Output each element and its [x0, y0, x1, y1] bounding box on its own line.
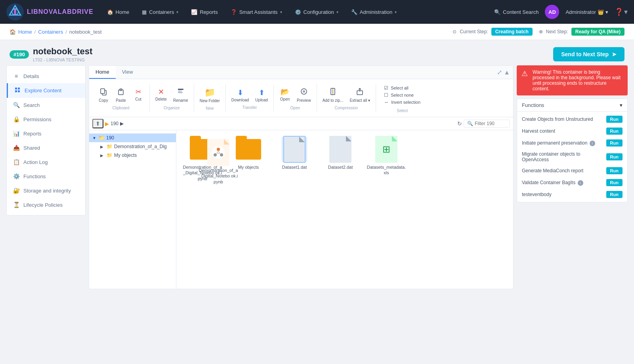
- path-arrow: ▶: [120, 121, 124, 126]
- sidebar-item-reports[interactable]: 📊 Reports: [7, 126, 85, 141]
- sidebar-item-search[interactable]: 🔍 Search: [7, 98, 85, 112]
- select-none-button[interactable]: ☐ Select none: [382, 92, 422, 98]
- nav-smart-assistants[interactable]: ❓ Smart Assistants ▾: [225, 6, 288, 18]
- open-button[interactable]: 📂 Open: [277, 86, 293, 104]
- upload-button[interactable]: ⬆ Upload: [253, 87, 270, 104]
- nav-containers[interactable]: ▦ Containers ▾: [136, 6, 184, 18]
- file-item-dataset1[interactable]: Dataset1.dat: [275, 137, 314, 185]
- dat-file-icon: [282, 137, 307, 162]
- open-group: 📂 Open Preview Open: [274, 84, 317, 112]
- avatar: AD: [545, 5, 559, 19]
- select-all-button[interactable]: ☑ Select all: [382, 85, 422, 91]
- help-button[interactable]: ❓ ▾: [615, 8, 628, 16]
- lifecycle-icon: ⏳: [13, 202, 19, 208]
- chevron-down-icon: ▾: [395, 10, 397, 14]
- sidebar-item-lifecycle[interactable]: ⏳ Lifecycle Policies: [7, 198, 85, 212]
- download-button[interactable]: ⬇ Download: [229, 87, 251, 104]
- svg-point-24: [217, 148, 220, 151]
- paste-icon: [117, 88, 125, 97]
- file-filter: 🔍: [464, 120, 510, 128]
- new-folder-button[interactable]: 📁 New Folder: [197, 86, 222, 105]
- logo[interactable]: LIBNOVALABDRIVE: [6, 3, 94, 21]
- tree-item-demo[interactable]: ▶ 📁 Demonstration_of_a_Dig: [97, 142, 176, 151]
- container-id-badge: #190: [10, 50, 29, 59]
- invert-selection-button[interactable]: ↔ Invert selection: [382, 99, 422, 105]
- run-button[interactable]: Run: [606, 179, 623, 186]
- nav-back-button[interactable]: ⬆: [92, 119, 103, 128]
- run-button[interactable]: Run: [606, 116, 623, 123]
- sidebar-item-action-log[interactable]: 📋 Action Log: [7, 155, 85, 169]
- sidebar-item-permissions[interactable]: 🔒 Permissions: [7, 112, 85, 126]
- breadcrumb-home[interactable]: Home: [18, 29, 32, 35]
- next-step: ⊕ Next Step: Ready for QA (Mike): [539, 28, 624, 36]
- tab-home[interactable]: Home: [89, 66, 116, 79]
- add-to-zip-button[interactable]: Add to zip...: [320, 86, 346, 104]
- content-search-button[interactable]: 🔍 Content Search: [494, 9, 539, 15]
- warning-box: ⚠ Warning! This container is being proce…: [517, 65, 628, 95]
- breadcrumb-containers[interactable]: Containers: [38, 29, 63, 35]
- svg-rect-7: [18, 90, 20, 92]
- info-icon[interactable]: i: [578, 180, 583, 186]
- clipboard-group: Copy Paste ✂ Cut Clipboard: [92, 84, 150, 112]
- config-icon: ⚙️: [295, 9, 301, 15]
- file-item-xls[interactable]: ⊞ Datasets_metadata.xls: [367, 137, 406, 185]
- nav-configuration[interactable]: ⚙️ Configuration ▾: [289, 6, 344, 18]
- tree-item-myobjects[interactable]: ▶ 📁 My objects: [97, 151, 176, 160]
- home-icon: 🏠: [107, 9, 113, 15]
- nav-items: 🏠 Home ▦ Containers ▾ 📈 Reports ❓ Smart …: [101, 6, 494, 18]
- function-label: Validate Container BagIts i: [522, 180, 583, 186]
- svg-point-26: [220, 153, 223, 156]
- file-item-dataset2[interactable]: Dataset2.dat: [321, 137, 360, 185]
- run-button[interactable]: Run: [606, 153, 623, 160]
- compression-label: Compression: [334, 106, 358, 110]
- maximize-icon[interactable]: ⤢: [497, 69, 502, 76]
- filter-input[interactable]: [475, 121, 506, 126]
- nav-home[interactable]: 🏠 Home: [101, 6, 135, 18]
- toolbar-expand: ⤢ ▲: [494, 66, 513, 79]
- select-label: Select: [397, 109, 408, 113]
- minimize-icon[interactable]: ▲: [504, 69, 510, 76]
- sidebar-item-storage[interactable]: 🔐 Storage and integrity: [7, 183, 85, 198]
- breadcrumb-separator: /: [34, 29, 36, 35]
- reports-icon: 📈: [191, 9, 197, 15]
- preview-button[interactable]: Preview: [294, 86, 313, 104]
- toolbar-tabs: Home View ⤢ ▲: [89, 66, 513, 79]
- run-button[interactable]: Run: [606, 167, 623, 174]
- breadcrumb: 🏠 Home / Containers / notebook_test: [10, 29, 102, 35]
- rename-button[interactable]: Rename: [171, 86, 191, 104]
- cut-button[interactable]: ✂ Cut: [130, 86, 146, 104]
- send-to-next-step-button[interactable]: Send to Next Step ➤: [553, 47, 624, 61]
- run-button[interactable]: Run: [606, 139, 623, 147]
- chevron-down-icon: ▾: [176, 10, 178, 14]
- info-icon[interactable]: i: [590, 141, 595, 146]
- upload-icon: ⬆: [259, 88, 265, 97]
- chevron-down-icon: ▾: [336, 10, 338, 14]
- sidebar-item-explore-content[interactable]: Explore Content: [7, 83, 85, 98]
- run-button[interactable]: Run: [606, 191, 623, 198]
- functions-header[interactable]: Functions ▾: [517, 99, 627, 112]
- lock-icon: 🔒: [13, 116, 19, 122]
- sidebar-item-shared[interactable]: 📤 Shared: [7, 141, 85, 155]
- admin-icon: 🔧: [351, 9, 357, 15]
- tree-root[interactable]: ▼ 📁 190: [89, 133, 176, 142]
- checkbox-icon: ☑: [384, 85, 388, 91]
- delete-button[interactable]: ✕ Delete: [153, 86, 169, 104]
- nav-reports[interactable]: 📈 Reports: [185, 6, 223, 18]
- function-row: testeventbody Run: [517, 189, 627, 200]
- user-menu[interactable]: Administrator 👑 ▾: [565, 9, 608, 15]
- paste-button[interactable]: Paste: [113, 86, 129, 104]
- extract-button[interactable]: Extract all ▾: [347, 86, 372, 104]
- cut-icon: ✂: [136, 88, 141, 96]
- nav-administration[interactable]: 🔧 Administration ▾: [346, 6, 402, 18]
- copy-button[interactable]: Copy: [95, 86, 111, 104]
- refresh-button[interactable]: ↻: [457, 120, 462, 127]
- svg-rect-11: [120, 89, 122, 91]
- sidebar-item-functions[interactable]: ⚙️ Functions: [7, 169, 85, 183]
- tab-view[interactable]: View: [116, 66, 139, 79]
- breadcrumb-current: notebook_test: [69, 29, 102, 35]
- sidebar-item-details[interactable]: ≡ Details: [7, 69, 85, 83]
- svg-rect-4: [15, 88, 17, 90]
- filter-search-icon: 🔍: [467, 121, 473, 126]
- logo-icon: [6, 3, 24, 21]
- run-button[interactable]: Run: [606, 128, 623, 135]
